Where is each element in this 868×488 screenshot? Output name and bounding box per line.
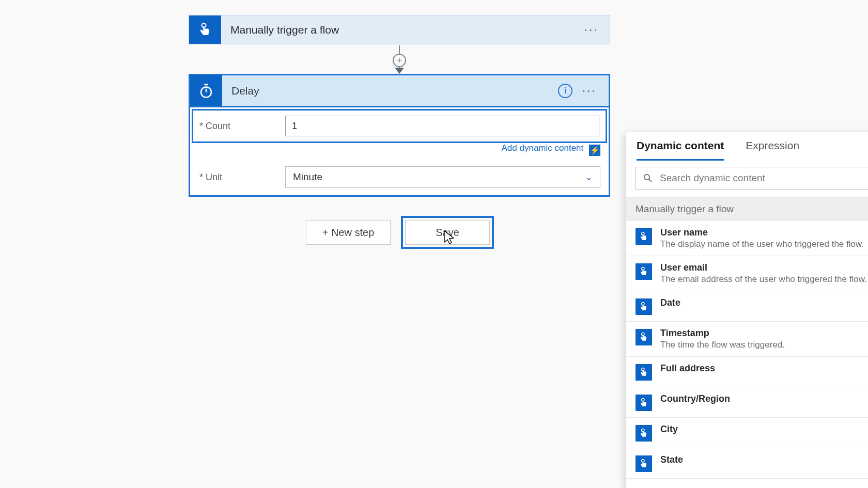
trigger-touch-icon [636,455,652,472]
dynamic-item[interactable]: User nameThe display name of the user wh… [626,221,868,256]
unit-label: * Unit [199,172,285,183]
info-icon[interactable]: i [558,84,572,98]
count-row: * Count [192,109,607,143]
trigger-touch-icon [636,425,652,442]
dynamic-item-desc: The time the flow was triggered. [660,340,785,350]
trigger-touch-icon [636,228,652,245]
dynamic-item-title: Timestamp [660,328,785,339]
save-highlight: Save [401,216,494,249]
tab-dynamic-content[interactable]: Dynamic content [637,139,724,161]
trigger-touch-icon [636,329,652,345]
dynamic-item-title: City [660,424,678,435]
dynamic-item[interactable]: TimestampThe time the flow was triggered… [626,322,868,357]
dynamic-item-title: Full address [660,363,715,374]
trigger-touch-icon [636,364,652,381]
add-step-between-icon[interactable]: + [393,54,406,67]
dynamic-search-input[interactable] [660,172,868,184]
search-icon [643,174,653,183]
count-input[interactable] [285,116,599,136]
add-dynamic-content-icon: ⚡ [589,145,600,156]
trigger-touch-icon [636,263,652,280]
dynamic-item[interactable]: City [626,418,868,448]
dynamic-search[interactable] [636,167,868,190]
dynamic-item-title: Country/Region [660,393,730,404]
dynamic-item-title: State [660,454,683,465]
count-label: * Count [199,121,285,132]
dynamic-group-header: Manually trigger a flow [626,197,868,221]
dynamic-item[interactable]: User emailThe email address of the user … [626,256,868,291]
dynamic-item-title: User email [660,262,867,273]
delay-header[interactable]: Delay i ··· [190,75,609,107]
delay-title: Delay [231,85,259,97]
dynamic-item[interactable]: Country/Region [626,387,868,418]
add-dynamic-content-label: Add dynamic content [502,143,584,153]
delay-stopwatch-icon [190,75,222,106]
trigger-card[interactable]: Manually trigger a flow ··· [189,15,610,44]
new-step-button[interactable]: + New step [306,220,391,245]
trigger-title: Manually trigger a flow [230,24,339,36]
dynamic-tabs: Dynamic content Expression [626,132,868,161]
dynamic-item-desc: The email address of the user who trigge… [660,274,867,285]
chevron-down-icon: ⌄ [585,171,593,183]
dynamic-item[interactable]: Full address [626,357,868,387]
add-dynamic-content-link[interactable]: Add dynamic content ⚡ [190,143,609,159]
dynamic-item-desc: The display name of the user who trigger… [660,239,864,249]
unit-select[interactable]: Minute ⌄ [285,166,600,188]
dynamic-item-title: User name [660,227,864,238]
dynamic-item[interactable]: State [626,448,868,479]
svg-point-4 [644,175,649,180]
trigger-more-icon[interactable]: ··· [584,22,598,38]
svg-line-5 [649,179,652,182]
trigger-touch-icon [189,15,221,44]
save-button[interactable]: Save [405,220,490,245]
trigger-touch-icon [636,298,652,315]
tab-expression[interactable]: Expression [746,139,799,161]
delay-more-icon[interactable]: ··· [582,83,596,99]
unit-value: Minute [293,171,322,183]
dynamic-content-panel: Dynamic content Expression Manually trig… [626,132,868,488]
unit-row: * Unit Minute ⌄ [190,159,609,195]
delay-card: Delay i ··· * Count Add dynamic content … [189,74,610,197]
footer-buttons: + New step Save [306,216,494,249]
connector: + [394,44,405,74]
trigger-touch-icon [636,395,652,411]
dynamic-item[interactable]: Date [626,291,868,322]
dynamic-item-title: Date [660,297,680,308]
dynamic-item-list: User nameThe display name of the user wh… [626,221,868,479]
